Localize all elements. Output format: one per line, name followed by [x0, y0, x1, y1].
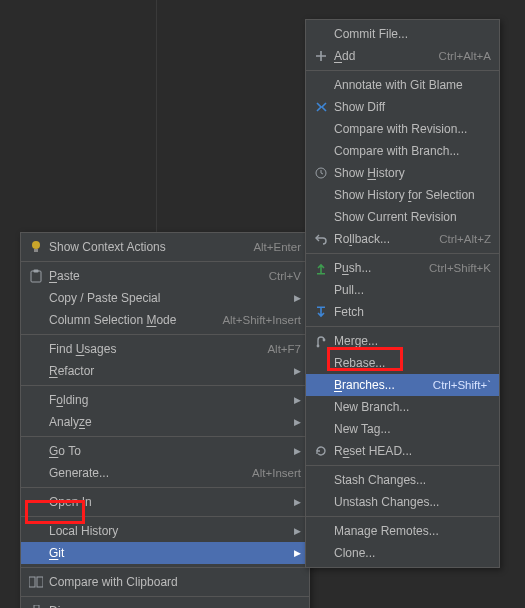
svg-point-0 — [32, 241, 40, 249]
menu-item-refactor[interactable]: Refactor▶ — [21, 360, 309, 382]
menu-item-shortcut: Alt+Shift+Insert — [222, 314, 301, 326]
menu-item-label: Manage Remotes... — [334, 524, 491, 538]
menu-item-unstash-changes[interactable]: Unstash Changes... — [306, 491, 499, 513]
submenu-arrow-icon: ▶ — [291, 546, 301, 560]
menu-item-stash-changes[interactable]: Stash Changes... — [306, 469, 499, 491]
menu-item-reset-head[interactable]: Reset HEAD... — [306, 440, 499, 462]
menu-item-label: Local History — [49, 524, 291, 538]
blank-icon — [312, 377, 330, 393]
git-submenu[interactable]: Commit File...AddCtrl+Alt+AAnnotate with… — [305, 19, 500, 568]
svg-rect-3 — [34, 270, 39, 273]
menu-separator — [21, 334, 309, 335]
menu-item-shortcut: Alt+Insert — [252, 467, 301, 479]
menu-item-show-history-for-selection[interactable]: Show History for Selection — [306, 184, 499, 206]
bulb-icon — [27, 239, 45, 255]
menu-item-shortcut: Ctrl+Alt+Z — [439, 233, 491, 245]
submenu-arrow-icon: ▶ — [291, 364, 301, 378]
menu-separator — [21, 596, 309, 597]
svg-point-12 — [317, 344, 320, 347]
menu-item-show-context-actions[interactable]: Show Context ActionsAlt+Enter — [21, 236, 309, 258]
menu-item-label: Paste — [49, 269, 259, 283]
menu-item-open-in[interactable]: Open In▶ — [21, 491, 309, 513]
submenu-arrow-icon: ▶ — [291, 444, 301, 458]
menu-item-label: Pull... — [334, 283, 491, 297]
menu-item-column-selection-mode[interactable]: Column Selection ModeAlt+Shift+Insert — [21, 309, 309, 331]
menu-item-compare-with-revision[interactable]: Compare with Revision... — [306, 118, 499, 140]
submenu-arrow-icon: ▶ — [291, 393, 301, 407]
menu-item-compare-with-branch[interactable]: Compare with Branch... — [306, 140, 499, 162]
menu-separator — [21, 261, 309, 262]
menu-item-label: Git — [49, 546, 291, 560]
svg-rect-10 — [317, 273, 325, 275]
menu-item-label: Unstash Changes... — [334, 495, 491, 509]
menu-item-label: Go To — [49, 444, 291, 458]
svg-point-13 — [323, 338, 326, 341]
menu-item-pull[interactable]: Pull... — [306, 279, 499, 301]
menu-item-label: Stash Changes... — [334, 473, 491, 487]
blank-icon — [312, 26, 330, 42]
menu-item-commit-file[interactable]: Commit File... — [306, 23, 499, 45]
menu-item-label: Annotate with Git Blame — [334, 78, 491, 92]
menu-item-clone[interactable]: Clone... — [306, 542, 499, 564]
menu-item-analyze[interactable]: Analyze▶ — [21, 411, 309, 433]
menu-item-manage-remotes[interactable]: Manage Remotes... — [306, 520, 499, 542]
menu-item-label: Copy / Paste Special — [49, 291, 291, 305]
menu-item-shortcut: Ctrl+Shift+K — [429, 262, 491, 274]
menu-item-label: Fetch — [334, 305, 491, 319]
menu-item-paste[interactable]: PasteCtrl+V — [21, 265, 309, 287]
menu-item-label: Compare with Clipboard — [49, 575, 301, 589]
menu-item-new-branch[interactable]: New Branch... — [306, 396, 499, 418]
blank-icon — [312, 143, 330, 159]
menu-item-go-to[interactable]: Go To▶ — [21, 440, 309, 462]
svg-rect-1 — [34, 249, 38, 252]
menu-item-push[interactable]: Push...Ctrl+Shift+K — [306, 257, 499, 279]
menu-item-copy-paste-special[interactable]: Copy / Paste Special▶ — [21, 287, 309, 309]
blank-icon — [312, 187, 330, 203]
menu-item-find-usages[interactable]: Find UsagesAlt+F7 — [21, 338, 309, 360]
blank-icon — [27, 341, 45, 357]
menu-item-annotate-with-git-blame[interactable]: Annotate with Git Blame — [306, 74, 499, 96]
menu-item-label: Folding — [49, 393, 291, 407]
showdiff-icon — [312, 99, 330, 115]
clock-icon — [312, 165, 330, 181]
menu-item-label: Show Diff — [334, 100, 491, 114]
menu-item-git[interactable]: Git▶ — [21, 542, 309, 564]
menu-item-new-tag[interactable]: New Tag... — [306, 418, 499, 440]
menu-item-generate[interactable]: Generate...Alt+Insert — [21, 462, 309, 484]
menu-item-shortcut: Alt+Enter — [253, 241, 301, 253]
menu-item-show-history[interactable]: Show History — [306, 162, 499, 184]
menu-item-label: Branches... — [334, 378, 423, 392]
menu-separator — [306, 253, 499, 254]
menu-item-merge[interactable]: Merge... — [306, 330, 499, 352]
menu-item-fetch[interactable]: Fetch — [306, 301, 499, 323]
blank-icon — [27, 392, 45, 408]
menu-item-label: Reset HEAD... — [334, 444, 491, 458]
blank-icon — [312, 209, 330, 225]
menu-item-rollback[interactable]: Rollback...Ctrl+Alt+Z — [306, 228, 499, 250]
blank-icon — [312, 494, 330, 510]
context-menu[interactable]: Show Context ActionsAlt+EnterPasteCtrl+V… — [20, 232, 310, 608]
menu-item-rebase[interactable]: Rebase... — [306, 352, 499, 374]
menu-item-folding[interactable]: Folding▶ — [21, 389, 309, 411]
menu-item-branches[interactable]: Branches...Ctrl+Shift+` — [306, 374, 499, 396]
blank-icon — [312, 523, 330, 539]
menu-item-add[interactable]: AddCtrl+Alt+A — [306, 45, 499, 67]
menu-item-label: Rollback... — [334, 232, 429, 246]
menu-item-label: Show History for Selection — [334, 188, 491, 202]
menu-item-local-history[interactable]: Local History▶ — [21, 520, 309, 542]
menu-separator — [306, 465, 499, 466]
menu-item-label: Rebase... — [334, 356, 491, 370]
paste-icon — [27, 268, 45, 284]
menu-item-shortcut: Alt+F7 — [267, 343, 301, 355]
diff-icon — [27, 574, 45, 590]
menu-item-label: Refactor — [49, 364, 291, 378]
blank-icon — [27, 312, 45, 328]
menu-item-label: Compare with Branch... — [334, 144, 491, 158]
menu-item-label: Show Current Revision — [334, 210, 491, 224]
menu-item-compare-with-clipboard[interactable]: Compare with Clipboard — [21, 571, 309, 593]
menu-item-diagrams[interactable]: Diagrams▶ — [21, 600, 309, 608]
menu-separator — [21, 436, 309, 437]
menu-item-show-current-revision[interactable]: Show Current Revision — [306, 206, 499, 228]
menu-item-label: Find Usages — [49, 342, 257, 356]
menu-item-show-diff[interactable]: Show Diff — [306, 96, 499, 118]
